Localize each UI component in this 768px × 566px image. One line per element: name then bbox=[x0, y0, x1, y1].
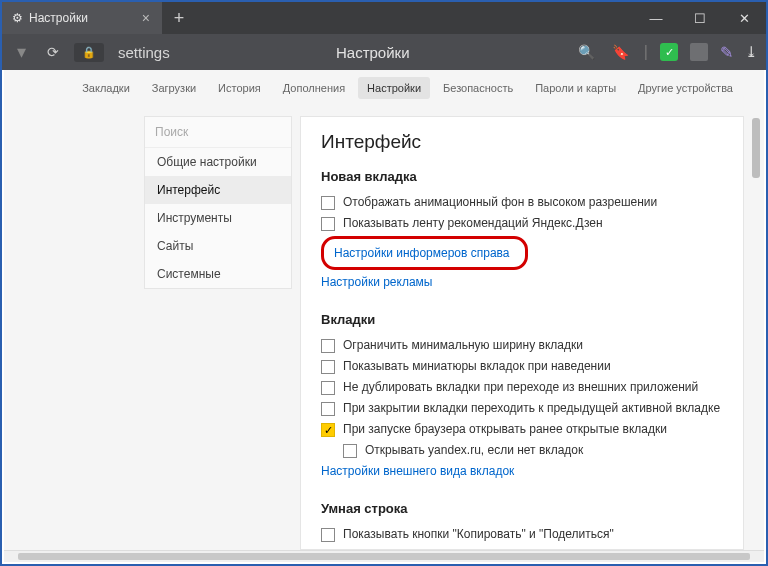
tableau-icon[interactable]: ▾ bbox=[10, 41, 32, 63]
checkbox-icon[interactable] bbox=[321, 528, 335, 542]
option-tab-thumbs[interactable]: Показывать миниатюры вкладок при наведен… bbox=[321, 356, 723, 377]
checkbox-checked-icon[interactable]: ✓ bbox=[321, 423, 335, 437]
topnav-security[interactable]: Безопасность bbox=[434, 77, 522, 99]
window-controls: — ☐ ✕ bbox=[634, 2, 766, 34]
vertical-scrollbar[interactable] bbox=[752, 118, 760, 178]
sidebar-item-system[interactable]: Системные bbox=[145, 260, 291, 288]
option-restore-tabs[interactable]: ✓ При запуске браузера открывать ранее о… bbox=[321, 419, 723, 440]
option-label: Ограничить минимальную ширину вкладки bbox=[343, 338, 583, 352]
content-area: Закладки Загрузки История Дополнения Нас… bbox=[4, 70, 764, 550]
reload-button[interactable]: ⟳ bbox=[42, 44, 64, 60]
sidebar-item-general[interactable]: Общие настройки bbox=[145, 148, 291, 176]
address-bar: ▾ ⟳ 🔒 settings Настройки 🔍 🔖 | ✓ ✎ ⤓ bbox=[2, 34, 766, 70]
minimize-button[interactable]: — bbox=[634, 2, 678, 34]
option-no-duplicate[interactable]: Не дублировать вкладки при переходе из в… bbox=[321, 377, 723, 398]
link-tab-appearance[interactable]: Настройки внешнего вида вкладок bbox=[321, 461, 514, 481]
option-min-width[interactable]: Ограничить минимальную ширину вкладки bbox=[321, 335, 723, 356]
option-label: Отображать анимационный фон в высоком ра… bbox=[343, 195, 657, 209]
main-heading: Интерфейс bbox=[321, 131, 723, 153]
section-smartline-title: Умная строка bbox=[321, 501, 723, 516]
close-window-button[interactable]: ✕ bbox=[722, 2, 766, 34]
settings-sidebar: Поиск Общие настройки Интерфейс Инструме… bbox=[144, 116, 292, 289]
topnav-settings[interactable]: Настройки bbox=[358, 77, 430, 99]
topnav-passwords[interactable]: Пароли и карты bbox=[526, 77, 625, 99]
browser-tab[interactable]: ⚙ Настройки × bbox=[2, 2, 162, 34]
topnav-bookmarks[interactable]: Закладки bbox=[73, 77, 139, 99]
sidebar-item-tools[interactable]: Инструменты bbox=[145, 204, 291, 232]
topnav-downloads[interactable]: Загрузки bbox=[143, 77, 205, 99]
download-icon[interactable]: ⤓ bbox=[745, 43, 758, 61]
sidebar-item-interface[interactable]: Интерфейс bbox=[145, 176, 291, 204]
option-label: Показывать ленту рекомендаций Яндекс.Дзе… bbox=[343, 216, 603, 230]
new-tab-button[interactable]: + bbox=[162, 2, 196, 34]
link-informers-settings[interactable]: Настройки информеров справа bbox=[334, 243, 509, 263]
page-title: Настройки bbox=[180, 44, 566, 61]
topnav-history[interactable]: История bbox=[209, 77, 270, 99]
scrollbar-thumb[interactable] bbox=[18, 553, 750, 560]
horizontal-scrollbar[interactable] bbox=[4, 550, 764, 562]
extension-icon[interactable] bbox=[690, 43, 708, 61]
option-label: Открывать yandex.ru, если нет вкладок bbox=[365, 443, 583, 457]
checkbox-icon[interactable] bbox=[321, 339, 335, 353]
gear-icon: ⚙ bbox=[12, 11, 23, 25]
option-label: При запуске браузера открывать ранее отк… bbox=[343, 422, 667, 436]
window-titlebar: ⚙ Настройки × + — ☐ ✕ bbox=[2, 2, 766, 34]
option-label: Показывать миниатюры вкладок при наведен… bbox=[343, 359, 611, 373]
url-text[interactable]: settings bbox=[118, 44, 170, 61]
search-icon[interactable]: 🔍 bbox=[576, 44, 598, 60]
toolbar-right: 🔍 🔖 | ✓ ✎ ⤓ bbox=[576, 43, 758, 62]
tab-close-button[interactable]: × bbox=[138, 10, 154, 26]
checkbox-icon[interactable] bbox=[321, 381, 335, 395]
section-newtab-title: Новая вкладка bbox=[321, 169, 723, 184]
option-label: Не дублировать вкладки при переходе из в… bbox=[343, 380, 698, 394]
topnav-addons[interactable]: Дополнения bbox=[274, 77, 354, 99]
checkbox-icon[interactable] bbox=[321, 402, 335, 416]
link-ads-settings[interactable]: Настройки рекламы bbox=[321, 272, 432, 292]
option-copy-share[interactable]: Показывать кнопки "Копировать" и "Подели… bbox=[321, 524, 723, 545]
tab-title: Настройки bbox=[29, 11, 88, 25]
maximize-button[interactable]: ☐ bbox=[678, 2, 722, 34]
checkbox-icon[interactable] bbox=[321, 196, 335, 210]
settings-topnav: Закладки Загрузки История Дополнения Нас… bbox=[4, 70, 764, 106]
sidebar-search-input[interactable]: Поиск bbox=[145, 117, 291, 148]
protect-shield-icon[interactable]: ✓ bbox=[660, 43, 678, 61]
feather-icon[interactable]: ✎ bbox=[720, 43, 733, 62]
settings-main-panel: Интерфейс Новая вкладка Отображать анима… bbox=[300, 116, 744, 550]
option-animated-bg[interactable]: Отображать анимационный фон в высоком ра… bbox=[321, 192, 723, 213]
checkbox-icon[interactable] bbox=[321, 217, 335, 231]
option-label: Показывать кнопки "Копировать" и "Подели… bbox=[343, 527, 614, 541]
section-tabs-title: Вкладки bbox=[321, 312, 723, 327]
checkbox-icon[interactable] bbox=[343, 444, 357, 458]
option-label: При закрытии вкладки переходить к предыд… bbox=[343, 401, 720, 415]
lock-icon[interactable]: 🔒 bbox=[74, 43, 104, 62]
option-zen-feed[interactable]: Показывать ленту рекомендаций Яндекс.Дзе… bbox=[321, 213, 723, 234]
highlight-callout: Настройки информеров справа bbox=[321, 236, 528, 270]
sidebar-item-sites[interactable]: Сайты bbox=[145, 232, 291, 260]
checkbox-icon[interactable] bbox=[321, 360, 335, 374]
option-prev-active[interactable]: При закрытии вкладки переходить к предыд… bbox=[321, 398, 723, 419]
topnav-devices[interactable]: Другие устройства bbox=[629, 77, 742, 99]
option-open-yandex[interactable]: Открывать yandex.ru, если нет вкладок bbox=[343, 440, 723, 461]
bookmark-icon[interactable]: 🔖 bbox=[610, 44, 632, 60]
